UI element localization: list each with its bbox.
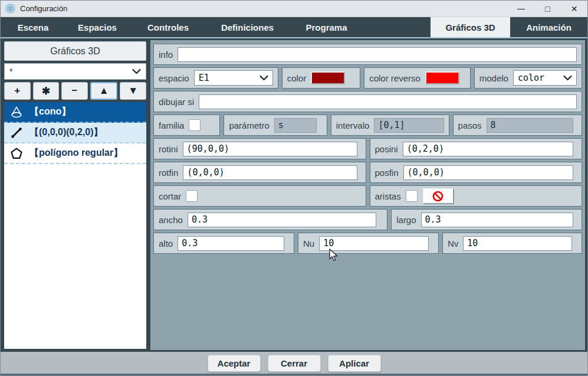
graphics-filter-select[interactable]: *	[4, 63, 146, 80]
modelo-select[interactable]: color	[513, 70, 577, 86]
intervalo-input	[374, 118, 444, 133]
posini-label: posini	[375, 144, 398, 154]
color-label: color	[287, 73, 307, 83]
chevron-down-icon	[563, 75, 572, 81]
rotfin-label: rotfin	[159, 168, 178, 178]
aristas-label: aristas	[375, 191, 401, 201]
move-up-button[interactable]: ▲	[90, 82, 118, 100]
app-icon	[5, 4, 15, 14]
color-reverso-label: color reverso	[369, 73, 421, 83]
tab-programa[interactable]: Programa	[288, 17, 365, 37]
parametro-label: parámetro	[229, 120, 269, 130]
alto-input[interactable]	[178, 236, 284, 251]
graphic-properties-form: info espacio E1 color	[150, 40, 585, 350]
tab-espacios[interactable]: Espacios	[65, 17, 129, 37]
parametro-input	[274, 118, 317, 133]
pentagon-icon	[9, 147, 24, 160]
no-entry-icon	[432, 190, 444, 202]
rotini-label: rotini	[159, 144, 178, 154]
list-item-cono[interactable]: 【cono】	[4, 102, 146, 123]
aristas-checkbox[interactable]	[406, 190, 418, 202]
sidebar-title: Gráficos 3D	[4, 41, 146, 61]
list-item-poligono-regular[interactable]: 【polígono regular】	[4, 143, 146, 164]
title-bar: Configuración — □ ✕	[1, 1, 587, 17]
espacio-value: E1	[199, 73, 209, 83]
ancho-input[interactable]	[188, 212, 376, 227]
nv-label: Nv	[448, 238, 458, 249]
window-title: Configuración	[20, 4, 67, 13]
list-item-label: 【cono】	[29, 106, 71, 118]
list-toolbar: + ✱ − ▲ ▼	[4, 82, 146, 100]
segment-icon	[9, 126, 24, 139]
cone-icon	[9, 106, 24, 119]
list-item-label: 【(0,0,0)(0,2,0)】	[29, 126, 103, 139]
modelo-label: modelo	[479, 73, 508, 83]
posfin-input[interactable]	[403, 165, 573, 180]
duplicate-graphic-button[interactable]: ✱	[33, 82, 60, 100]
tab-bar: Escena Espacios Controles Definiciones P…	[1, 17, 587, 37]
familia-checkbox[interactable]	[189, 119, 201, 131]
info-label: info	[159, 50, 173, 60]
tab-definiciones[interactable]: Definiciones	[207, 17, 288, 37]
graphics-sidebar: Gráficos 3D * + ✱ − ▲ ▼ 【cono】	[3, 40, 147, 350]
nv-input[interactable]	[463, 236, 572, 251]
rotfin-input[interactable]	[183, 165, 357, 180]
tab-escena[interactable]: Escena	[1, 17, 65, 37]
intervalo-label: intervalo	[336, 120, 370, 130]
filter-value: *	[9, 67, 12, 76]
aristas-color-button[interactable]	[423, 188, 454, 204]
color-reverso-swatch[interactable]	[425, 71, 459, 84]
pasos-label: pasos	[458, 120, 482, 130]
tab-spacer	[365, 17, 431, 37]
tab-animacion[interactable]: Animación	[510, 17, 587, 37]
dialog-footer: Aceptar Cerrar Aplicar	[1, 352, 587, 375]
minimize-icon[interactable]: —	[508, 1, 534, 17]
graphics-list: 【cono】 【(0,0,0)(0,2,0)】 【polígono regula…	[4, 102, 146, 349]
ancho-label: ancho	[159, 215, 183, 225]
main-content: Gráficos 3D * + ✱ − ▲ ▼ 【cono】	[1, 37, 587, 352]
move-down-button[interactable]: ▼	[120, 82, 146, 100]
largo-label: largo	[396, 215, 416, 225]
dibujar-si-input[interactable]	[199, 94, 577, 109]
pasos-input	[487, 118, 573, 133]
color-swatch[interactable]	[311, 71, 345, 84]
alto-label: alto	[159, 238, 173, 249]
espacio-label: espacio	[159, 73, 189, 83]
nu-label: Nu	[303, 238, 314, 249]
chevron-down-icon	[132, 68, 141, 74]
close-button[interactable]: Cerrar	[268, 355, 321, 372]
list-item-label: 【polígono regular】	[29, 147, 123, 159]
nu-input[interactable]	[319, 236, 429, 251]
posfin-label: posfin	[375, 168, 399, 178]
close-icon[interactable]: ✕	[561, 1, 587, 17]
accept-button[interactable]: Aceptar	[208, 355, 261, 372]
tab-graficos-3d[interactable]: Gráficos 3D	[431, 17, 510, 37]
cortar-label: cortar	[159, 191, 181, 201]
window-controls: — □ ✕	[508, 1, 587, 17]
cortar-checkbox[interactable]	[186, 190, 198, 202]
tab-controles[interactable]: Controles	[129, 17, 207, 37]
chevron-down-icon	[259, 75, 268, 81]
familia-label: familia	[159, 120, 184, 130]
dibujar-si-label: dibujar si	[159, 97, 194, 107]
largo-input[interactable]	[421, 212, 573, 227]
configuration-dialog: Configuración — □ ✕ Escena Espacios Cont…	[0, 0, 588, 376]
info-input[interactable]	[178, 47, 577, 62]
posini-input[interactable]	[403, 142, 573, 156]
remove-graphic-button[interactable]: −	[61, 82, 88, 100]
rotini-input[interactable]	[183, 142, 357, 156]
maximize-icon[interactable]: □	[534, 1, 561, 17]
modelo-value: color	[518, 73, 544, 83]
list-item-segmento[interactable]: 【(0,0,0)(0,2,0)】	[4, 123, 146, 143]
apply-button[interactable]: Aplicar	[328, 355, 381, 372]
espacio-select[interactable]: E1	[194, 70, 273, 86]
add-graphic-button[interactable]: +	[4, 82, 31, 100]
